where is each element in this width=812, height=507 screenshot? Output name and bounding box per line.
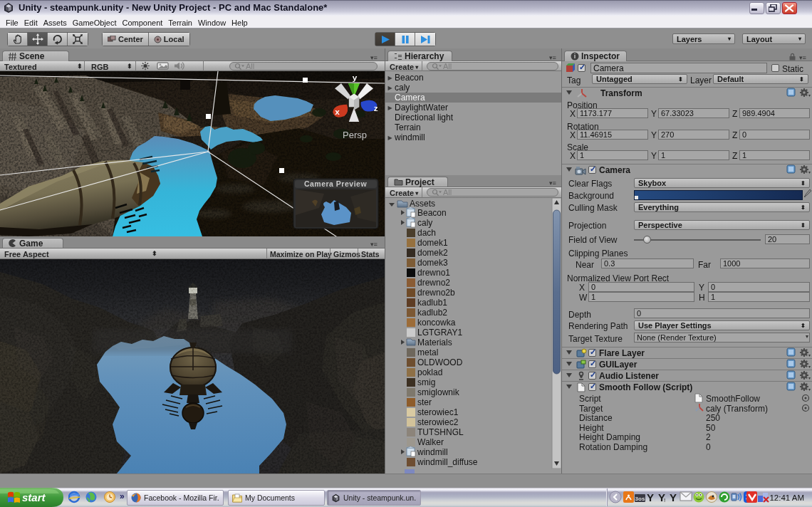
svg-text:TUTSHNGL: TUTSHNGL <box>417 427 464 437</box>
svg-text:Camera Preview: Camera Preview <box>304 179 367 188</box>
svg-text:smiglownik: smiglownik <box>417 387 460 397</box>
svg-text:drewno1: drewno1 <box>417 268 450 278</box>
svg-text:domek3: domek3 <box>417 258 448 268</box>
svg-text:domek1: domek1 <box>417 238 448 248</box>
svg-text:metal: metal <box>417 347 438 357</box>
svg-text:sterowiec1: sterowiec1 <box>417 407 459 417</box>
svg-text:poklad: poklad <box>417 367 442 377</box>
svg-text:!: ! <box>664 497 665 503</box>
svg-text:Materials: Materials <box>417 338 452 347</box>
svg-text:i: i <box>574 53 576 60</box>
svg-text:Persp: Persp <box>343 130 367 140</box>
svg-text:z: z <box>374 103 378 113</box>
svg-text:OLDWOOD: OLDWOOD <box>417 357 463 367</box>
svg-text:Walker: Walker <box>417 437 444 447</box>
svg-text:windmill: windmill <box>417 447 448 457</box>
svg-text:domek2: domek2 <box>417 248 448 258</box>
svg-text:»: » <box>120 491 125 501</box>
svg-text:caly: caly <box>417 218 432 228</box>
svg-text:Assets: Assets <box>410 199 435 209</box>
svg-text:windmill_diffuse: windmill_diffuse <box>417 457 478 467</box>
svg-text:12:41 AM: 12:41 AM <box>769 493 804 502</box>
svg-text:Y: Y <box>647 491 654 503</box>
svg-text:kadlub1: kadlub1 <box>417 298 447 308</box>
svg-text:Beacon: Beacon <box>417 208 447 218</box>
svg-text:LGTGRAY1: LGTGRAY1 <box>417 328 462 338</box>
svg-text:y: y <box>353 73 358 82</box>
svg-text:sterowiec2: sterowiec2 <box>417 417 459 427</box>
svg-text:dach: dach <box>417 228 436 238</box>
svg-text:x: x <box>335 107 340 116</box>
svg-text:Y: Y <box>670 491 677 503</box>
svg-text:start: start <box>22 491 46 503</box>
svg-text:drewno2: drewno2 <box>417 278 450 288</box>
svg-text:smig: smig <box>417 377 435 387</box>
svg-text:drewno2b: drewno2b <box>417 288 455 298</box>
svg-text:koncowka: koncowka <box>417 318 456 328</box>
svg-text:3os: 3os <box>635 496 645 502</box>
svg-text:kadlub2: kadlub2 <box>417 308 447 318</box>
svg-text:ster: ster <box>417 397 432 407</box>
